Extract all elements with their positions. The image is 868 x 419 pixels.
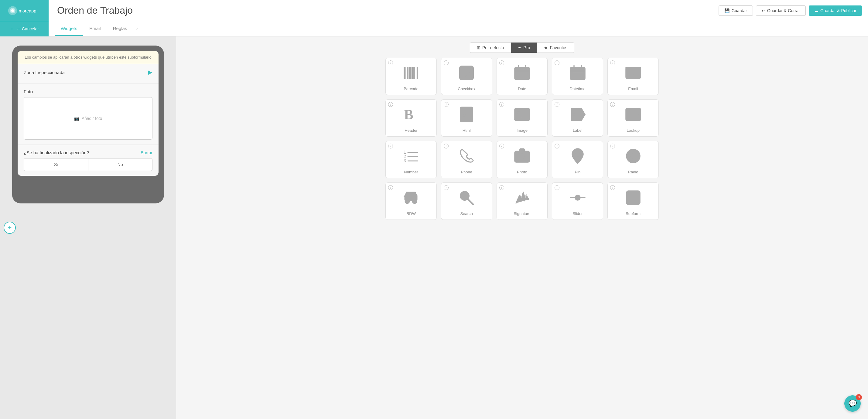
widget-name-subform: Subform (626, 211, 641, 216)
widget-name-search: Search (460, 211, 473, 216)
widget-info-icon-pin[interactable]: i (555, 143, 559, 149)
feather-icon: ✒ (518, 45, 522, 50)
photo-input[interactable]: 📷 Añadir foto (24, 97, 152, 140)
widget-info-icon-photo[interactable]: i (499, 143, 504, 149)
tab-reglas[interactable]: Reglas (107, 21, 133, 36)
widget-icon-radio (623, 146, 644, 167)
widget-card-radio[interactable]: i Radio (608, 141, 659, 178)
widget-icon-rdw (400, 187, 422, 208)
widget-name-email: Email (628, 87, 638, 91)
widget-card-date[interactable]: i Date (497, 58, 548, 95)
filter-pro-button[interactable]: ✒ Pro (511, 42, 537, 53)
widget-name-phone: Phone (461, 170, 472, 174)
widget-name-pin: Pin (575, 170, 580, 174)
svg-point-46 (519, 154, 525, 159)
widget-icon-email (623, 62, 644, 84)
widget-name-slider: Slider (572, 211, 583, 216)
widget-card-barcode[interactable]: i Barcode (385, 58, 437, 95)
svg-point-2 (11, 9, 14, 12)
cloud-icon: ☁ (814, 8, 818, 13)
form-field-photo[interactable]: Foto 📷 Añadir foto (18, 84, 158, 145)
section-label: Zona Inspeccionada (24, 70, 65, 75)
widget-name-header: Header (405, 128, 417, 133)
widget-card-slider[interactable]: i Slider (552, 183, 603, 220)
widget-icon-phone (456, 146, 477, 167)
widget-name-radio: Radio (628, 170, 639, 174)
delete-field-button[interactable]: Borrar (141, 150, 152, 155)
widget-card-phone[interactable]: i Phone (441, 141, 492, 178)
svg-text:moreapp: moreapp (19, 8, 36, 13)
widget-card-lookup[interactable]: i Lookup (608, 99, 659, 137)
widget-card-subform[interactable]: i Subform (608, 183, 659, 220)
save-button[interactable]: 💾 Guardar (719, 5, 752, 16)
widget-card-email[interactable]: i Email (608, 58, 659, 95)
widget-info-icon-header[interactable]: i (388, 102, 393, 107)
svg-point-47 (576, 153, 580, 156)
widget-info-icon-subform[interactable]: i (610, 185, 615, 190)
svg-rect-22 (521, 76, 523, 78)
widget-info-icon-slider[interactable]: i (555, 185, 559, 190)
tab-email[interactable]: Email (83, 21, 107, 36)
collapse-nav-button[interactable]: ‹ (133, 21, 141, 36)
widget-card-photo[interactable]: i Photo (497, 141, 548, 178)
widget-info-icon-html[interactable]: i (444, 102, 448, 107)
radio-button-group[interactable]: Si No (24, 158, 152, 171)
widget-card-rdw[interactable]: i RDW (385, 183, 437, 220)
save-publish-button[interactable]: ☁ Guardar & Publicar (809, 5, 862, 16)
widget-card-label[interactable]: i Label (552, 99, 603, 137)
widget-card-search[interactable]: i Search (441, 183, 492, 220)
widget-info-icon-number[interactable]: i (388, 143, 393, 149)
widget-card-datetime[interactable]: i Datetime (552, 58, 603, 95)
widget-card-checkbox[interactable]: i Checkbox (441, 58, 492, 95)
back-icon: ← (10, 26, 14, 31)
widget-card-signature[interactable]: i Signature (497, 183, 548, 220)
widget-card-image[interactable]: i Image (497, 99, 548, 137)
widget-info-icon-phone[interactable]: i (444, 143, 448, 149)
filter-favorites-button[interactable]: ★ Favoritos (537, 42, 574, 53)
add-widget-button[interactable]: + (4, 222, 16, 234)
chat-button[interactable]: 💬 3 (844, 395, 861, 412)
widget-icon-lookup (623, 104, 644, 125)
widget-icon-header: B (400, 104, 422, 125)
chat-icon: 💬 (848, 399, 857, 408)
widget-name-date: Date (518, 87, 526, 91)
form-field-section[interactable]: Zona Inspeccionada ▶ (18, 64, 158, 84)
widget-card-number[interactable]: i 123 Number (385, 141, 437, 178)
svg-rect-5 (405, 67, 406, 79)
widget-info-icon-checkbox[interactable]: i (444, 60, 448, 65)
filter-default-button[interactable]: ⊞ Por defecto (470, 42, 511, 53)
tab-widgets[interactable]: Widgets (55, 21, 83, 36)
widget-icon-image (512, 104, 533, 125)
svg-point-49 (630, 153, 636, 159)
radio-option-si[interactable]: Si (24, 159, 88, 171)
widget-info-icon-date[interactable]: i (499, 60, 504, 65)
form-field-radio[interactable]: ¿Se ha finalizado la inspección? Borrar … (18, 145, 158, 176)
save-close-button[interactable]: ↩ Guardar & Cerrar (756, 5, 806, 16)
widget-icon-search (456, 187, 477, 208)
radio-option-no[interactable]: No (88, 159, 152, 171)
svg-rect-6 (407, 67, 408, 79)
svg-text:5: 5 (462, 111, 466, 119)
widget-name-barcode: Barcode (404, 87, 418, 91)
widget-info-icon-signature[interactable]: i (499, 185, 504, 190)
photo-field-label: Foto (24, 89, 33, 94)
widget-info-icon-lookup[interactable]: i (610, 102, 615, 107)
widget-info-icon-rdw[interactable]: i (388, 185, 393, 190)
widget-info-icon-datetime[interactable]: i (555, 60, 559, 65)
widget-card-header[interactable]: i B Header (385, 99, 437, 137)
widget-info-icon-radio[interactable]: i (610, 143, 615, 149)
widget-info-icon-barcode[interactable]: i (388, 60, 393, 65)
widget-icon-label (567, 104, 588, 125)
widget-info-icon-search[interactable]: i (444, 185, 448, 190)
widget-card-html[interactable]: i 5 Html (441, 99, 492, 137)
widget-card-pin[interactable]: i Pin (552, 141, 603, 178)
svg-text:3: 3 (404, 158, 406, 163)
widget-icon-subform (623, 187, 644, 208)
widget-info-icon-email[interactable]: i (610, 60, 615, 65)
radio-field-label: ¿Se ha finalizado la inspección? (24, 150, 89, 155)
phone-frame: Los cambios se aplicarán a otros widgets… (12, 45, 164, 203)
cancel-button[interactable]: ← ← Cancelar (0, 21, 49, 36)
widget-info-icon-label[interactable]: i (555, 102, 559, 107)
svg-point-35 (573, 113, 575, 116)
widget-info-icon-image[interactable]: i (499, 102, 504, 107)
